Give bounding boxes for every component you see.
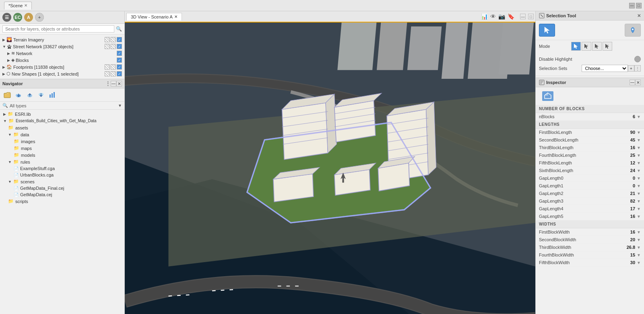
check-full[interactable]: ✓: [117, 37, 122, 42]
open-folder-btn[interactable]: [2, 90, 12, 100]
check-full[interactable]: ✓: [117, 64, 122, 70]
layer-item[interactable]: ▶ ◈ Blocks ✓: [0, 57, 124, 64]
search-input[interactable]: [2, 25, 114, 33]
search-icon[interactable]: 🔍: [116, 26, 122, 32]
insp-expand-icon[interactable]: ▼: [637, 230, 641, 234]
layers-icon-btn[interactable]: ☰: [2, 13, 11, 22]
check-full[interactable]: ✓: [117, 71, 122, 76]
insp-row[interactable]: SecondBlockLength45▼: [536, 136, 644, 144]
insp-row[interactable]: FirstBlockWidth16▼: [536, 228, 644, 236]
insp-expand-icon[interactable]: ▼: [637, 168, 641, 173]
layer-item[interactable]: ▼ 🛣 Street Network [33627 objects] ✓: [0, 43, 124, 50]
chart-icon[interactable]: 📊: [481, 13, 488, 20]
insp-expand-icon[interactable]: ▼: [637, 191, 641, 196]
selection-tool-close[interactable]: ✕: [637, 13, 641, 18]
expand-icon[interactable]: ▼: [8, 133, 12, 137]
insp-row[interactable]: FirstBlockLength90▼: [536, 129, 644, 136]
cloud-upload-btn[interactable]: [25, 90, 35, 100]
list-item[interactable]: 📄 ExampleStuff.cga: [0, 165, 124, 172]
insp-row[interactable]: GapLength221▼: [536, 190, 644, 197]
scene-tab-close[interactable]: ✕: [24, 3, 27, 8]
layer-item[interactable]: ▶ ≋ Network ✓: [0, 50, 124, 57]
navigator-minimize[interactable]: —: [111, 81, 116, 86]
insp-expand-icon[interactable]: ▼: [637, 176, 641, 181]
mode-btn-remove[interactable]: -: [592, 42, 602, 51]
insp-expand-icon[interactable]: ▼: [637, 261, 641, 265]
expand-icon[interactable]: ▶: [3, 112, 6, 116]
insp-row[interactable]: GapLength516▼: [536, 213, 644, 220]
insp-row[interactable]: ThirdBlockWidth26.8▼: [536, 244, 644, 251]
expand-icon[interactable]: ▼: [8, 160, 12, 164]
insp-row[interactable]: FifthBlockWidth30▼: [536, 259, 644, 267]
insp-row[interactable]: SixthBlockLength24▼: [536, 167, 644, 174]
camera-icon[interactable]: 📷: [498, 13, 505, 20]
check-full[interactable]: ✓: [117, 44, 122, 49]
insp-row[interactable]: GapLength00▼: [536, 174, 644, 182]
insp-row[interactable]: nBlocks 6 ▼: [536, 113, 644, 121]
insp-expand-icon[interactable]: ▼: [637, 138, 641, 142]
list-item[interactable]: 📄 GetMapData_Final.cej: [0, 185, 124, 191]
check-partial2[interactable]: [111, 71, 116, 76]
insp-row[interactable]: ThirdBlockLength16▼: [536, 144, 644, 152]
insp-expand-icon[interactable]: ▼: [637, 199, 641, 203]
filter-dropdown-icon[interactable]: ▼: [118, 103, 122, 108]
a-icon-btn[interactable]: A: [24, 13, 33, 22]
insp-expand-icon[interactable]: ▼: [637, 245, 641, 250]
navigator-close[interactable]: ✕: [116, 81, 122, 86]
insp-row[interactable]: SecondBlockWidth20▼: [536, 236, 644, 244]
insp-expand-icon[interactable]: ▼: [637, 253, 641, 257]
insp-expand-icon[interactable]: ▼: [637, 146, 641, 150]
expand-icon[interactable]: ▼: [3, 119, 7, 123]
maximize-button[interactable]: □: [636, 3, 642, 8]
insp-row[interactable]: GapLength417▼: [536, 205, 644, 213]
cloud-download-btn[interactable]: [36, 90, 46, 100]
insp-expand-icon[interactable]: ▼: [637, 115, 641, 119]
check-partial[interactable]: [105, 37, 110, 42]
list-item[interactable]: 📁 images: [0, 138, 124, 145]
list-item[interactable]: 📁 models: [0, 152, 124, 158]
mode-btn-invert[interactable]: ×: [603, 42, 612, 51]
add-icon-btn[interactable]: +: [35, 13, 44, 22]
check-partial[interactable]: [105, 64, 110, 70]
list-item[interactable]: 📁 scripts: [0, 198, 124, 205]
insp-row[interactable]: FourthBlockWidth15▼: [536, 251, 644, 259]
check-full[interactable]: ✓: [117, 57, 122, 63]
layer-item[interactable]: ▶ 🏠 Footprints [11838 objects] ✓: [0, 64, 124, 70]
view-maximize[interactable]: □: [528, 14, 534, 19]
expand-icon[interactable]: ▶: [7, 51, 10, 55]
select-mode-btn[interactable]: [539, 24, 555, 37]
disable-highlight-toggle[interactable]: [634, 56, 641, 62]
expand-icon[interactable]: ▼: [2, 45, 6, 49]
view-minimize[interactable]: —: [520, 14, 526, 19]
mode-btn-add[interactable]: +: [582, 42, 591, 51]
insp-expand-icon[interactable]: ▼: [637, 130, 641, 135]
expand-icon[interactable]: ▶: [2, 72, 5, 76]
expand-icon[interactable]: ▶: [2, 65, 5, 69]
3d-view-content[interactable]: [125, 23, 535, 314]
mode-btn-select[interactable]: [571, 42, 581, 51]
insp-expand-icon[interactable]: ▼: [637, 207, 641, 211]
list-item[interactable]: ▼ 📁 Essentials_Build_Cities_with_Get_Map…: [0, 117, 124, 124]
list-item[interactable]: 📄 UrbanBlocks.cga: [0, 172, 124, 178]
3d-view-tab[interactable]: 3D View - Scenario A ✕: [126, 13, 182, 21]
inspector-close[interactable]: ✕: [635, 80, 641, 85]
list-item[interactable]: 📁 assets: [0, 124, 124, 131]
insp-expand-icon[interactable]: ▼: [637, 153, 641, 158]
list-item[interactable]: ▼ 📁 data: [0, 131, 124, 138]
bookmark-icon[interactable]: 🔖: [508, 13, 514, 20]
list-item[interactable]: ▼ 📁 rules: [0, 158, 124, 165]
check-partial2[interactable]: [111, 44, 116, 49]
check-partial[interactable]: [105, 44, 110, 49]
insp-row[interactable]: FourthBlockLength25▼: [536, 152, 644, 159]
check-partial2[interactable]: [111, 37, 116, 42]
insp-row[interactable]: GapLength10▼: [536, 182, 644, 190]
minimize-button[interactable]: —: [629, 3, 635, 8]
cloud-sync-btn[interactable]: [14, 90, 23, 100]
expand-icon[interactable]: ▼: [8, 180, 12, 184]
layer-item[interactable]: ▶ 🌄 Terrain Imagery ✓: [0, 36, 124, 43]
layer-item[interactable]: ▶ ⬡ New Shapes [1 object, 1 selected] ✓: [0, 70, 124, 77]
list-item[interactable]: 📁 maps: [0, 145, 124, 152]
alert-mode-btn[interactable]: [625, 24, 641, 37]
insp-expand-icon[interactable]: ▼: [637, 184, 641, 188]
insp-row[interactable]: FifthBlockLength12▼: [536, 159, 644, 167]
